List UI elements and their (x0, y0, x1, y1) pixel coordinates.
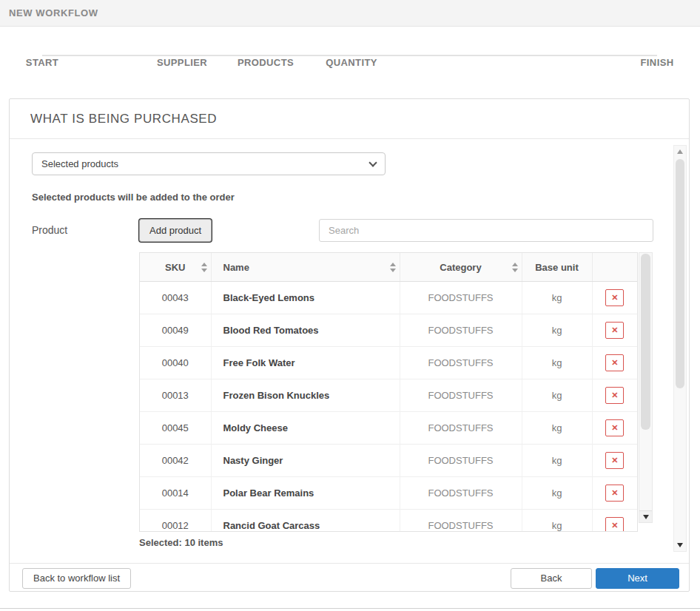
product-category: FOODSTUFFS (400, 445, 522, 477)
scroll-down-button[interactable] (639, 510, 652, 522)
column-header-name[interactable]: Name (223, 262, 249, 273)
column-header-sku[interactable]: SKU (165, 262, 185, 273)
product-category: FOODSTUFFS (400, 477, 522, 510)
table-row: 00043 Black-Eyed Lemons FOODSTUFFS kg ✕ (140, 282, 637, 314)
back-to-workflow-list-button[interactable]: Back to workflow list (22, 568, 131, 589)
stepper-step-quantity[interactable]: QUANTITY (326, 52, 377, 68)
product-sku: 00013 (140, 379, 211, 412)
product-category: FOODSTUFFS (400, 379, 522, 412)
table-row: 00049 Blood Red Tomatoes FOODSTUFFS kg ✕ (140, 314, 637, 347)
remove-product-button[interactable]: ✕ (605, 387, 624, 404)
product-name: Polar Bear Remains (211, 477, 400, 510)
stepper-step-supplier[interactable]: SUPPLIER (157, 52, 207, 68)
scroll-down-icon (643, 515, 649, 519)
card-content: Selected products Selected products will… (10, 139, 689, 563)
search-input[interactable] (319, 219, 653, 242)
product-sku: 00045 (140, 412, 211, 445)
product-base-unit: kg (522, 510, 592, 533)
scroll-up-icon (677, 149, 683, 154)
product-category: FOODSTUFFS (400, 282, 522, 314)
product-sku: 00040 (140, 347, 211, 379)
sort-desc-icon[interactable] (390, 269, 396, 272)
sort-asc-icon[interactable] (390, 263, 396, 266)
scrollbar-thumb[interactable] (641, 254, 650, 430)
product-category: FOODSTUFFS (400, 412, 522, 445)
card-footer: Back to workflow list Back Next (10, 563, 689, 593)
product-category: FOODSTUFFS (400, 314, 522, 347)
products-table: SKU Name Category (139, 252, 638, 532)
page-bottom-divider (0, 608, 700, 609)
step-label: START (26, 57, 58, 68)
scroll-down-button[interactable] (674, 539, 686, 551)
purchase-card: WHAT IS BEING PURCHASED Selected product… (9, 98, 690, 592)
scrollbar-thumb[interactable] (676, 159, 684, 388)
sort-asc-icon[interactable] (201, 263, 207, 266)
stepper-step-start[interactable]: START (26, 52, 58, 68)
product-name: Free Folk Water (211, 347, 400, 379)
table-header-row: SKU Name Category (140, 253, 637, 282)
selected-count: Selected: 10 items (139, 537, 653, 548)
remove-product-button[interactable]: ✕ (605, 485, 624, 502)
product-sku: 00043 (140, 282, 211, 314)
product-base-unit: kg (522, 379, 592, 412)
stepper-step-products[interactable]: PRODUCTS (238, 52, 294, 68)
column-header-base-unit: Base unit (535, 262, 579, 273)
table-row: 00013 Frozen Bison Knuckles FOODSTUFFS k… (140, 379, 637, 412)
product-category: FOODSTUFFS (400, 510, 522, 533)
scroll-down-icon (677, 543, 683, 547)
column-header-category[interactable]: Category (440, 262, 481, 273)
step-label: PRODUCTS (238, 57, 294, 68)
content-scrollbar[interactable] (673, 145, 687, 552)
step-label: SUPPLIER (157, 57, 207, 68)
product-name: Frozen Bison Knuckles (211, 379, 400, 412)
product-base-unit: kg (522, 477, 592, 510)
product-category: FOODSTUFFS (400, 347, 522, 379)
product-base-unit: kg (522, 412, 592, 445)
sort-icons[interactable] (390, 263, 396, 272)
remove-product-button[interactable]: ✕ (605, 419, 624, 436)
table-row: 00045 Moldy Cheese FOODSTUFFS kg ✕ (140, 412, 637, 445)
top-bar: NEW WORKFLOW (0, 0, 700, 27)
sort-icons[interactable] (512, 263, 518, 272)
remove-product-button[interactable]: ✕ (605, 517, 624, 532)
remove-product-button[interactable]: ✕ (605, 354, 624, 371)
product-name: Moldy Cheese (211, 412, 400, 445)
table-row: 00012 Rancid Goat Carcass FOODSTUFFS kg … (140, 510, 637, 533)
product-row: Product Add product (32, 219, 653, 242)
product-sku: 00042 (140, 445, 211, 477)
table-row: 00040 Free Folk Water FOODSTUFFS kg ✕ (140, 347, 637, 379)
step-label: FINISH (640, 57, 673, 68)
product-base-unit: kg (522, 445, 592, 477)
remove-product-button[interactable]: ✕ (605, 452, 624, 469)
products-table-area: SKU Name Category (139, 252, 653, 532)
workflow-title: NEW WORKFLOW (9, 7, 98, 18)
sort-icons[interactable] (201, 263, 207, 272)
product-name: Nasty Ginger (211, 445, 400, 477)
scroll-up-button[interactable] (674, 146, 686, 158)
product-sku: 00014 (140, 477, 211, 510)
product-mode-select-value: Selected products (41, 158, 118, 169)
step-label: QUANTITY (326, 57, 377, 68)
sort-asc-icon[interactable] (512, 263, 518, 266)
back-button[interactable]: Back (511, 568, 592, 589)
remove-product-button[interactable]: ✕ (605, 289, 624, 306)
table-row: 00014 Polar Bear Remains FOODSTUFFS kg ✕ (140, 477, 637, 510)
product-name: Rancid Goat Carcass (211, 510, 400, 533)
product-base-unit: kg (522, 347, 592, 379)
product-base-unit: kg (522, 314, 592, 347)
stepper-step-finish[interactable]: FINISH (640, 52, 673, 68)
product-name: Blood Red Tomatoes (211, 314, 400, 347)
next-button[interactable]: Next (596, 568, 679, 589)
product-mode-select[interactable]: Selected products (32, 152, 386, 175)
sort-desc-icon[interactable] (512, 269, 518, 272)
product-name: Black-Eyed Lemons (211, 282, 400, 314)
product-field-label: Product (32, 219, 139, 236)
add-product-button[interactable]: Add product (139, 219, 212, 242)
table-scrollbar[interactable] (639, 252, 653, 523)
remove-product-button[interactable]: ✕ (605, 322, 624, 339)
page-title: WHAT IS BEING PURCHASED (10, 99, 689, 139)
sort-desc-icon[interactable] (201, 269, 207, 272)
product-base-unit: kg (522, 282, 592, 314)
info-note: Selected products will be added to the o… (32, 192, 653, 203)
product-sku: 00012 (140, 510, 211, 533)
